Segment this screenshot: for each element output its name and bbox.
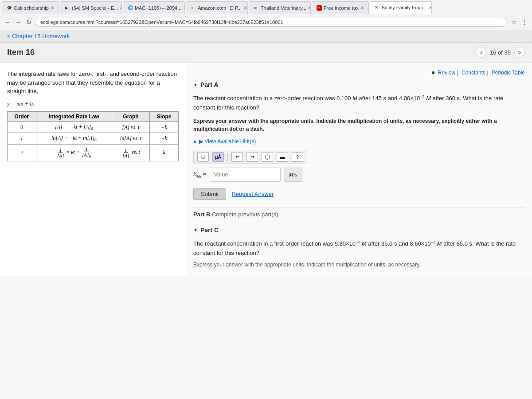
tab-close[interactable]: ✕: [51, 5, 54, 10]
law-2: 1[A] = kt + 1[A]0: [36, 144, 112, 161]
view-hint-link[interactable]: ► ▶ View Available Hint(s): [193, 138, 525, 145]
graph-0: [A] vs. t: [112, 122, 149, 133]
sm-favicon: ▶: [65, 5, 70, 11]
slope-0: −k: [150, 122, 179, 133]
tab-close[interactable]: ✕: [360, 5, 364, 10]
part-c-label: Part C: [200, 227, 219, 234]
star-icon[interactable]: ☆: [510, 18, 518, 26]
format-btn-1[interactable]: □: [197, 152, 209, 162]
url-bar[interactable]: ecollege.com/course.html?courseld=165279…: [35, 18, 507, 27]
tab-amazon[interactable]: a Amazon.com | D P... ✕: [186, 1, 248, 14]
order-2: 2: [8, 144, 36, 161]
col-order: Order: [8, 112, 36, 122]
part-c-section: ▼ Part C The reactant concentration in a…: [193, 227, 525, 269]
order-1: 1: [8, 133, 36, 144]
left-panel: The integrated rate laws for zero-, firs…: [0, 63, 186, 276]
help-btn[interactable]: ?: [292, 152, 303, 162]
forward-icon[interactable]: →: [14, 18, 22, 26]
mac-favicon: 🌀: [128, 5, 133, 11]
part-b-section: Part B Complete previous part(s): [193, 207, 525, 221]
redo-btn[interactable]: ↪: [246, 152, 258, 162]
table-row: 2 1[A] = kt + 1[A]0 1[A] vs. t k: [8, 144, 179, 161]
menu-icon[interactable]: ⋮: [520, 18, 528, 26]
answer-input-row: k0th = M/s: [193, 168, 525, 182]
tab-label: MAC+1105+-+2094...: [135, 5, 182, 11]
part-c-header[interactable]: ▼ Part C: [193, 227, 525, 234]
table-row: 0 [A] = − kt + [A]0 [A] vs. t −k: [8, 122, 179, 133]
tab-close[interactable]: ✕: [429, 5, 431, 10]
law-1: ln[A] = −kt + ln[A]0: [36, 133, 112, 144]
item-title: Item 16: [7, 48, 35, 57]
part-c-instruction: Express your answer with the appropriate…: [193, 261, 525, 269]
part-a-label: Part A: [200, 81, 219, 88]
tab-mac[interactable]: 🌀 MAC+1105+-+2094... ✕: [123, 1, 185, 14]
part-c-question: The reactant concentration in a first-or…: [193, 239, 525, 258]
review-link[interactable]: Review: [438, 70, 455, 76]
answer-input-field[interactable]: [210, 168, 281, 182]
reload-icon[interactable]: ↻: [25, 18, 33, 26]
right-panel: ■ Review | Constants | Periodic Table ▼ …: [186, 63, 532, 276]
rate-table: Order Integrated Rate Law Graph Slope 0 …: [7, 111, 179, 161]
review-links: ■ Review | Constants | Periodic Table: [193, 70, 525, 76]
hint-arrow-icon: ►: [193, 139, 198, 144]
part-a-header[interactable]: ▼ Part A: [193, 81, 525, 88]
tab-close[interactable]: ✕: [243, 5, 247, 10]
tabs-bar: 🎓 Cab scholarship ✕ ▶ (34) SM Special - …: [0, 0, 532, 14]
prev-page-button[interactable]: <: [476, 47, 486, 58]
equation-text: y = mx + b.: [7, 99, 179, 108]
thailand-favicon: ∞: [254, 5, 259, 11]
tab-label: Cab scholarship: [14, 5, 49, 11]
graph-2: 1[A] vs. t: [112, 144, 149, 161]
submit-row: Submit Request Answer: [193, 188, 525, 200]
col-graph: Graph: [112, 112, 149, 122]
income-favicon: H: [317, 5, 322, 11]
description-text: The integrated rate laws for zero-, firs…: [7, 70, 179, 96]
page-indicator: 16 of 39: [490, 49, 511, 56]
tab-close[interactable]: ✕: [183, 5, 185, 10]
chapter-back-text: < Chapter 15 Homework: [7, 33, 70, 39]
format-btn-2[interactable]: μÅ: [212, 152, 224, 162]
reset-btn[interactable]: ◯: [262, 152, 273, 162]
chapter-back-link[interactable]: < Chapter 15 Homework: [0, 30, 532, 43]
page-content: < Chapter 15 Homework Item 16 < 16 of 39…: [0, 30, 532, 399]
tab-cab-scholarship[interactable]: 🎓 Cab scholarship ✕: [2, 1, 59, 14]
toolbar-separator: [227, 153, 228, 161]
slope-2: k: [150, 144, 179, 161]
part-b-label: Part B: [193, 211, 210, 218]
periodic-table-link[interactable]: Periodic Table: [492, 70, 525, 76]
undo-btn[interactable]: ↩: [231, 152, 243, 162]
review-icon: ■: [431, 70, 434, 76]
keyboard-btn[interactable]: ▬: [277, 152, 288, 162]
bailey-favicon: ✕: [375, 5, 380, 10]
tab-label: Bailey Family Foun...: [382, 5, 427, 10]
tab-bailey[interactable]: ✕ Bailey Family Foun... ✕: [370, 1, 432, 14]
col-slope: Slope: [150, 112, 179, 122]
answer-label: k0th =: [193, 171, 206, 179]
answer-toolbar: □ μÅ ↩ ↪ ◯ ▬: [193, 150, 307, 164]
tab-free-income[interactable]: H Free income tax ✕: [312, 1, 369, 14]
tab-thailand[interactable]: ∞ Thailand Veterinary... ✕: [249, 1, 311, 14]
amazon-favicon: a: [191, 5, 196, 11]
keyboard-icon: ▬: [280, 154, 285, 160]
tab-label: Free income tax: [324, 5, 359, 11]
main-area: The integrated rate laws for zero-, firs…: [0, 63, 532, 276]
constants-link[interactable]: Constants: [462, 70, 485, 76]
next-page-button[interactable]: >: [514, 47, 525, 58]
back-icon[interactable]: ←: [4, 18, 12, 26]
part-c-arrow: ▼: [193, 227, 198, 232]
tab-close[interactable]: ✕: [120, 5, 121, 10]
tab-label: Amazon.com | D P...: [198, 5, 242, 11]
part-a-section: ▼ Part A The reactant concentration in a…: [193, 81, 525, 200]
request-answer-link[interactable]: Request Answer: [231, 191, 274, 197]
tab-close[interactable]: ✕: [308, 5, 311, 10]
tab-label: (34) SM Special - E...: [72, 5, 118, 11]
format-icon-2: μÅ: [215, 154, 221, 160]
graph-1: ln[A] vs. t: [112, 133, 149, 144]
answer-unit: M/s: [284, 168, 302, 182]
item-header: Item 16 < 16 of 39 >: [0, 43, 532, 63]
part-a-arrow: ▼: [193, 82, 198, 87]
undo-icon: ↩: [235, 154, 239, 160]
submit-button[interactable]: Submit: [193, 188, 226, 200]
tab-sm-special[interactable]: ▶ (34) SM Special - E... ✕: [60, 1, 122, 14]
cab-favicon: 🎓: [7, 5, 12, 11]
